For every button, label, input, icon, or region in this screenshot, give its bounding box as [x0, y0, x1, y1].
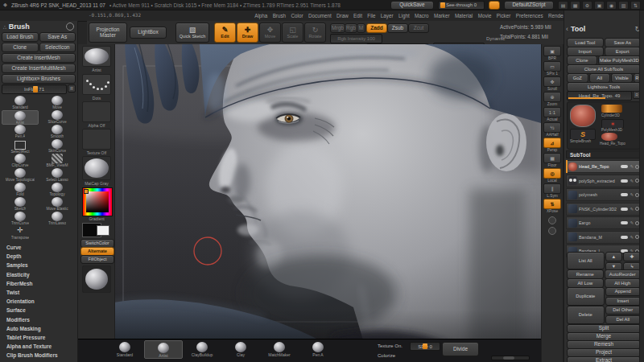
brush-thumb-bmf-viewm[interactable]: BMF_ViewM — [39, 154, 76, 168]
right-tray-scrollbar[interactable] — [639, 10, 644, 362]
gradient-label[interactable]: Gradient — [78, 216, 115, 221]
current-brush-thumb[interactable] — [82, 46, 111, 67]
brush-section-depth[interactable]: Depth — [0, 252, 77, 261]
inflat-slider[interactable]: InFlat. 71 — [2, 84, 67, 94]
shelf-local-button[interactable]: ◎Local — [543, 168, 561, 183]
shelf-actual-button[interactable]: 1:1Actual — [543, 107, 561, 121]
resize-icon[interactable]: ⇅ — [630, 1, 641, 10]
menu-picker[interactable]: Picker — [494, 13, 514, 19]
rgb-intensity-slider[interactable]: Rgb Intensity 100 — [330, 34, 382, 43]
extract-button[interactable]: Extract — [567, 356, 641, 362]
lightbox-brushes-button[interactable]: Lightbox» Brushes — [2, 74, 76, 84]
subtool-up-button[interactable]: ▲ — [605, 252, 623, 261]
scale-mode-button[interactable]: ◱Scale — [282, 23, 303, 43]
brush-section-curve[interactable]: Curve — [0, 243, 77, 252]
brush-thumb-artist[interactable]: Artist — [2, 110, 39, 125]
rgb-button[interactable]: Rgb — [345, 23, 357, 33]
brush-section-surface[interactable]: Surface — [0, 306, 77, 315]
colorize-label[interactable]: Colorize — [378, 353, 395, 358]
visibility-toggle-icon[interactable] — [621, 221, 628, 224]
brush-thumb-move-topological[interactable]: Move Topological — [2, 168, 39, 183]
menu-document[interactable]: Document — [306, 13, 334, 19]
paint-icon[interactable]: ✎ — [630, 235, 634, 240]
document-icon[interactable]: ▤ — [558, 1, 568, 10]
lightbox-button[interactable]: LightBox — [130, 27, 167, 39]
default-zscript-button[interactable]: DefaultZScript — [504, 1, 554, 10]
insert-button[interactable]: Insert — [605, 297, 642, 306]
brush-thumb-topology[interactable]: Topology — [39, 183, 76, 197]
current-alpha-thumb[interactable] — [82, 101, 111, 122]
brush-section-twist[interactable]: Twist — [0, 288, 77, 297]
shelf-aahalf-button[interactable]: ½AAHalf — [543, 122, 561, 137]
subtool-row-eargo[interactable]: Eargo✎ — [566, 216, 642, 229]
paint-icon[interactable]: ✎ — [630, 164, 634, 169]
secondary-color-swatch[interactable] — [97, 225, 109, 236]
load-brush-button[interactable]: Load Brush — [2, 32, 39, 42]
visibility-toggle-icon[interactable] — [621, 165, 628, 168]
brush-section-clip-brush-modifiers[interactable]: Clip Brush Modifiers — [0, 351, 77, 360]
brush-section-auto-masking[interactable]: Auto Masking — [0, 324, 77, 333]
brush-section-modifiers[interactable]: Modifiers — [0, 315, 77, 324]
visibility-toggle-icon[interactable] — [621, 193, 628, 196]
zcut-button[interactable]: Zcut — [408, 23, 429, 33]
brush-save-as-button[interactable]: Save As — [39, 32, 76, 42]
quicksave-button[interactable]: QuickSave — [390, 1, 434, 10]
menu-preferences[interactable]: Preferences — [514, 13, 546, 19]
brush-thumb-transpose[interactable]: ✛Transpose — [2, 226, 39, 241]
shelf-scroll-button[interactable]: ✥Scroll — [543, 76, 561, 91]
brush-section-samples[interactable]: Samples — [0, 261, 77, 269]
brush-thumb-skincurve[interactable]: SkinCurve — [39, 139, 76, 154]
list-all-button[interactable]: List All — [567, 252, 605, 269]
shelf-persp-button[interactable]: ⊿Persp — [543, 138, 561, 152]
del-other-button[interactable]: Del Other — [605, 306, 642, 315]
simplebrush-thumb[interactable]: S — [570, 129, 596, 140]
sdiv-slider[interactable]: SDiv 0 — [410, 342, 440, 351]
shelf-l-sym-button[interactable]: ∥L.Sym — [543, 183, 561, 198]
quick-pick-pen-a[interactable]: Pen A — [299, 340, 337, 359]
tool-name-slider[interactable]: Head_Re_Topo. 49 — [567, 91, 632, 101]
m-button[interactable]: M — [357, 23, 365, 33]
brush-clone-button[interactable]: Clone — [2, 43, 39, 52]
accent-chip[interactable] — [489, 1, 500, 10]
fill-object-button[interactable]: FillObject — [80, 255, 114, 264]
divide-button[interactable]: Divide — [442, 342, 479, 356]
lock-icon[interactable]: ◉ — [606, 1, 617, 10]
menu-brush[interactable]: Brush — [270, 13, 288, 19]
brush-thumb-move-elastic[interactable]: Move Elastic — [39, 197, 76, 212]
shelf-spix-1-button[interactable]: ▭SPix 1 — [543, 61, 561, 76]
append-button[interactable]: Append — [605, 287, 642, 296]
brush-thumb-move[interactable]: Move — [39, 96, 76, 110]
current-tool-head-thumb[interactable] — [570, 105, 596, 127]
subtool-section-header[interactable]: SubTool — [566, 150, 642, 158]
shelf-xpose-button[interactable]: ⇅XPose — [543, 199, 561, 213]
menu-alpha[interactable]: Alpha — [252, 13, 270, 19]
subtool-row-polymesh[interactable]: polymesh✎ — [566, 188, 642, 201]
current-material-thumb[interactable] — [82, 156, 111, 180]
shelf-bpr-button[interactable]: ▣BPR — [543, 46, 561, 60]
layout-icon[interactable]: ▦ — [570, 1, 580, 10]
brush-section-elasticity[interactable]: Elasticity — [0, 270, 77, 279]
zsub-button[interactable]: Zsub — [387, 23, 408, 33]
brush-thumb-clipcurve[interactable]: ClipCurve — [2, 154, 39, 168]
select-icon-button[interactable]: SelectIcon — [39, 43, 76, 52]
gear-icon[interactable]: ⚙ — [582, 1, 592, 10]
subtool-row-polysph-extracted[interactable]: polySph_extracted✎ — [566, 175, 642, 187]
brush-section-orientation[interactable]: Orientation — [0, 297, 77, 306]
move-mode-button[interactable]: ✥Move — [259, 23, 281, 43]
paint-icon[interactable]: ✎ — [630, 220, 634, 225]
brush-thumb-trimlasso[interactable]: TrimLasso — [39, 212, 76, 226]
canvas-scrollbar[interactable] — [491, 356, 530, 360]
create-insertmesh-button[interactable]: Create InsertMesh — [2, 53, 76, 63]
brush-thumb-selectrect[interactable]: SelectRect — [2, 139, 39, 154]
texture-on-label[interactable]: Texture On. — [378, 343, 402, 348]
color-picker[interactable] — [82, 187, 113, 216]
palette-icon[interactable]: ▣ — [594, 1, 605, 10]
nav-frame-icon[interactable] — [548, 216, 556, 224]
brush-thumb-slicecurve[interactable]: SliceCurve — [39, 110, 76, 125]
duplicate-button[interactable]: Duplicate — [567, 287, 605, 306]
head-retopo-thumb[interactable] — [601, 133, 617, 141]
quick-sketch-button[interactable]: ▧ Quick Sketch — [175, 23, 209, 43]
paint-icon[interactable]: ✎ — [630, 179, 634, 183]
brush-thumb-standard[interactable]: Standard — [2, 96, 39, 110]
visibility-toggle-icon[interactable] — [621, 208, 628, 211]
